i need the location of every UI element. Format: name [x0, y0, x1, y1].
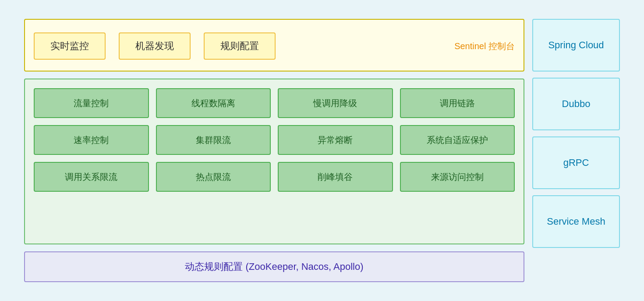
feature-system-adaptive: 系统自适应保护	[400, 125, 515, 155]
sentinel-rule-config: 规则配置	[204, 32, 276, 60]
sentinel-realtime-monitor: 实时监控	[34, 32, 106, 60]
feature-call-relation-throttle: 调用关系限流	[34, 162, 149, 192]
sentinel-label: Sentinel 控制台	[454, 40, 515, 52]
right-panel: Spring Cloud Dubbo gRPC Service Mesh	[532, 19, 620, 282]
sentinel-section: 实时监控 机器发现 规则配置 Sentinel 控制台	[24, 19, 524, 72]
sentinel-items: 实时监控 机器发现 规则配置	[34, 32, 441, 60]
feature-cluster-throttle: 集群限流	[156, 125, 271, 155]
sentinel-machine-discovery: 机器发现	[119, 32, 191, 60]
feature-peak-fill: 削峰填谷	[278, 162, 393, 192]
feature-rate-control: 速率控制	[34, 125, 149, 155]
features-row-3: 调用关系限流 热点限流 削峰填谷 来源访问控制	[34, 162, 515, 192]
features-section: 流量控制 线程数隔离 慢调用降级 调用链路 速率控制 集群限流	[24, 79, 524, 244]
feature-hotspot-throttle: 热点限流	[156, 162, 271, 192]
feature-slow-call-degradation: 慢调用降级	[278, 88, 393, 118]
features-row-1: 流量控制 线程数隔离 慢调用降级 调用链路	[34, 88, 515, 118]
right-dubbo: Dubbo	[532, 78, 620, 130]
right-service-mesh: Service Mesh	[532, 195, 620, 248]
feature-thread-isolation: 线程数隔离	[156, 88, 271, 118]
right-grpc: gRPC	[532, 136, 620, 189]
right-spring-cloud: Spring Cloud	[532, 19, 620, 72]
feature-flow-control: 流量控制	[34, 88, 149, 118]
feature-source-access-control: 来源访问控制	[400, 162, 515, 192]
feature-call-chain: 调用链路	[400, 88, 515, 118]
features-row-2: 速率控制 集群限流 异常熔断 系统自适应保护	[34, 125, 515, 155]
feature-exception-circuit: 异常熔断	[278, 125, 393, 155]
dynamic-rules-label: 动态规则配置 (ZooKeeper, Nacos, Apollo)	[185, 260, 363, 273]
dynamic-rules-section: 动态规则配置 (ZooKeeper, Nacos, Apollo)	[24, 251, 524, 282]
left-panel: 实时监控 机器发现 规则配置 Sentinel 控制台 流量控制 线程数隔离	[24, 19, 524, 282]
main-container: 实时监控 机器发现 规则配置 Sentinel 控制台 流量控制 线程数隔离	[11, 6, 633, 295]
